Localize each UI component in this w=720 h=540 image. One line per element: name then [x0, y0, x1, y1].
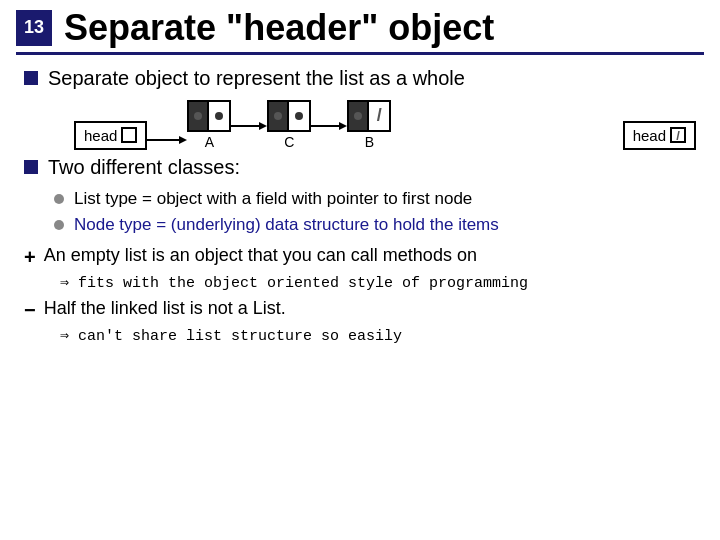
- svg-marker-5: [339, 122, 347, 130]
- bullet-1: Separate object to represent the list as…: [24, 67, 696, 90]
- head-label-right: head: [633, 127, 666, 144]
- node-b: /: [347, 100, 391, 132]
- node-b-label: B: [365, 134, 374, 150]
- slide: 13 Separate "header" object Separate obj…: [0, 0, 720, 540]
- head-box-right-wrapper: head /: [623, 121, 696, 150]
- node-b-wrapper: / B: [347, 100, 391, 150]
- node-c-wrapper: C: [267, 100, 311, 150]
- node-a-wrapper: A: [187, 100, 231, 150]
- svg-marker-1: [179, 136, 187, 144]
- node-a-label: A: [205, 134, 214, 150]
- slide-body: Separate object to represent the list as…: [0, 67, 720, 235]
- dot-a-right: [215, 112, 223, 120]
- arrow-c-to-b: [311, 116, 347, 136]
- bullet-square-1: [24, 71, 38, 85]
- slide-number: 13: [16, 10, 52, 46]
- plus-implies: ⇒ fits with the object oriented style of…: [60, 273, 720, 292]
- slide-header: 13 Separate "header" object: [0, 0, 720, 52]
- node-a-left: [189, 102, 209, 130]
- sub-bullet-circle-1: [54, 194, 64, 204]
- node-b-null: /: [369, 102, 389, 130]
- head-box-right: head /: [623, 121, 696, 150]
- minus-sign: −: [24, 299, 36, 322]
- sub-bullet-circle-2: [54, 220, 64, 230]
- svg-marker-3: [259, 122, 267, 130]
- node-b-left: [349, 102, 369, 130]
- sub-bullet-2: Node type = (underlying) data structure …: [54, 215, 696, 235]
- minus-section: − Half the linked list is not a List.: [24, 298, 696, 322]
- sub-bullet-text-1: List type = object with a field with poi…: [74, 189, 472, 209]
- sub-bullet-text-2: Node type = (underlying) data structure …: [74, 215, 499, 235]
- slide-title: Separate "header" object: [64, 8, 494, 48]
- node-c-left: [269, 102, 289, 130]
- head-right-slash: /: [670, 127, 686, 143]
- node-c: [267, 100, 311, 132]
- bullet-square-2: [24, 160, 38, 174]
- dot-c-right: [295, 112, 303, 120]
- arrow-svg-2: [231, 116, 267, 136]
- arrow-head-to-a: [147, 130, 187, 150]
- plus-sign: +: [24, 246, 36, 269]
- divider: [16, 52, 704, 55]
- dot-c-left: [274, 112, 282, 120]
- arrow-svg-3: [311, 116, 347, 136]
- plus-text: An empty list is an object that you can …: [44, 245, 477, 266]
- node-a: [187, 100, 231, 132]
- head-label-left: head: [84, 127, 117, 144]
- sub-bullet-1: List type = object with a field with poi…: [54, 189, 696, 209]
- head-box-left: head: [74, 121, 147, 150]
- bullet-2: Two different classes:: [24, 156, 696, 179]
- arrow-a-to-c: [231, 116, 267, 136]
- node-c-label: C: [284, 134, 294, 150]
- dot-b-left: [354, 112, 362, 120]
- bullet-text-2: Two different classes:: [48, 156, 240, 179]
- arrow-svg-1: [147, 130, 187, 150]
- dot-a-left: [194, 112, 202, 120]
- node-a-right: [209, 102, 229, 130]
- minus-implies: ⇒ can't share list structure so easily: [60, 326, 720, 345]
- plus-section: + An empty list is an object that you ca…: [24, 245, 696, 269]
- minus-text: Half the linked list is not a List.: [44, 298, 286, 319]
- node-c-right: [289, 102, 309, 130]
- bullet-text-1: Separate object to represent the list as…: [48, 67, 465, 90]
